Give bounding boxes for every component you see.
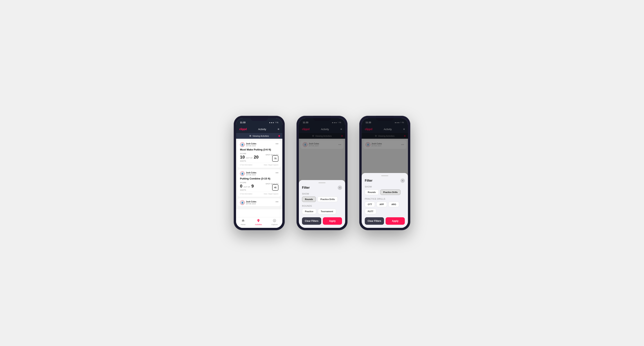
user-info: 👤 Josh Coles 28 Feb 2023 bbox=[240, 200, 256, 205]
show-label: Show bbox=[302, 192, 342, 195]
battery-icon: 51 bbox=[276, 122, 278, 123]
bottom-nav: Home Activities Capture bbox=[236, 217, 282, 228]
nav-item-capture[interactable]: Capture bbox=[271, 219, 278, 225]
filter-handle bbox=[381, 175, 388, 176]
show-btn-rounds[interactable]: Rounds bbox=[365, 189, 379, 195]
user-date: 28 Feb 2023 bbox=[246, 174, 256, 176]
menu-icon[interactable]: ≡ bbox=[278, 128, 279, 131]
nav-header: clippd Activity ≡ bbox=[236, 125, 282, 133]
phone-phone2: 11:33 ▲▲▲ ⌇ 51 clippd Activity ≡ ⊞ Viewi… bbox=[296, 116, 348, 230]
card-footer: ℹ Test Information Data: Clippd Capture bbox=[240, 192, 278, 195]
activity-area: 👤 Josh Coles 28 Feb 2023 ••• Must Make P… bbox=[236, 139, 282, 217]
rounds-label: Rounds bbox=[302, 205, 342, 207]
avatar: 👤 bbox=[240, 200, 245, 205]
user-date: 28 Feb 2023 bbox=[246, 145, 256, 147]
stats-row: 0 OUT OF 9 bbox=[240, 183, 264, 189]
filter-title-row: Filter × bbox=[302, 185, 342, 190]
score-label: Score bbox=[240, 182, 264, 183]
card-header: 👤 Josh Coles 28 Feb 2023 ••• bbox=[240, 171, 278, 176]
activity-card: 👤 Josh Coles 28 Feb 2023 ••• bbox=[238, 198, 281, 206]
home-label: Home bbox=[241, 223, 246, 225]
capture-label: Capture bbox=[271, 223, 278, 225]
rounds-buttons: Practice Tournament bbox=[302, 209, 342, 214]
practice-buttons: OTT APP ARG PUTT bbox=[365, 202, 405, 214]
shot-quality-badge: 75 bbox=[272, 155, 278, 162]
apply-button[interactable]: Apply bbox=[386, 217, 405, 225]
user-name: Josh Coles bbox=[246, 172, 256, 174]
activities-label: Activities bbox=[255, 223, 262, 225]
footer-right: Data: Clippd Capture bbox=[264, 164, 278, 166]
user-name: Josh Coles bbox=[246, 143, 256, 145]
score-label: Score bbox=[240, 153, 264, 155]
practice-btn-app[interactable]: APP bbox=[376, 202, 387, 207]
show-btn-practice-drills[interactable]: Practice Drills bbox=[318, 196, 338, 202]
scene: 11:33 ▲▲▲ ⌇ 51 clippd Activity ≡ ⊞ Viewi… bbox=[222, 104, 422, 242]
card-header: 👤 Josh Coles 28 Feb 2023 ••• bbox=[240, 142, 278, 147]
user-date: 28 Feb 2023 bbox=[246, 203, 256, 205]
filter-overlay: Filter × Show Rounds Practice Drills Pra… bbox=[362, 118, 408, 228]
home-icon bbox=[241, 219, 245, 223]
filter-close-button[interactable]: × bbox=[400, 178, 405, 183]
footer-left: Test Information bbox=[241, 164, 252, 166]
info-icon: ℹ bbox=[240, 193, 240, 195]
screen-content: 11:33 ▲▲▲ ⌇ 51 clippd Activity ≡ ⊞ Viewi… bbox=[236, 118, 282, 228]
card-footer: ℹ Test Information Data: Clippd Capture bbox=[240, 163, 278, 166]
viewing-activities-bar[interactable]: ⊞ Viewing Activities bbox=[236, 133, 282, 139]
show-btn-practice-drills[interactable]: Practice Drills bbox=[380, 189, 400, 195]
practice-btn-ott[interactable]: OTT bbox=[365, 202, 375, 207]
phone-screen: 11:33 ▲▲▲ ⌇ 51 clippd Activity ≡ ⊞ Viewi… bbox=[299, 118, 345, 228]
activity-card: 👤 Josh Coles 28 Feb 2023 ••• Putting Com… bbox=[238, 169, 281, 197]
footer-right: Data: Clippd Capture bbox=[264, 193, 278, 195]
wifi-icon: ⌇ bbox=[275, 122, 276, 123]
clear-filters-button[interactable]: Clear Filters bbox=[302, 217, 321, 225]
capture-icon bbox=[273, 219, 276, 223]
phone-screen: 11:33 ▲▲▲ ⌇ 51 clippd Activity ≡ ⊞ Viewi… bbox=[362, 118, 408, 228]
activity-title: Must Make Putting (3-6 ft) bbox=[240, 148, 278, 151]
rounds-btn-practice[interactable]: Practice bbox=[302, 209, 316, 214]
phone-phone1: 11:33 ▲▲▲ ⌇ 51 clippd Activity ≡ ⊞ Viewi… bbox=[234, 116, 285, 230]
user-info: 👤 Josh Coles 28 Feb 2023 bbox=[240, 171, 256, 176]
score-value: 10 bbox=[240, 155, 245, 160]
filter-footer: Clear Filters Apply bbox=[365, 217, 405, 225]
show-buttons: Rounds Practice Drills bbox=[365, 189, 405, 195]
status-icons: ▲▲▲ ⌇ 51 bbox=[269, 122, 278, 123]
activity-list: 👤 Josh Coles 28 Feb 2023 ••• Must Make P… bbox=[236, 139, 282, 209]
shots-value: 20 bbox=[254, 155, 258, 160]
card-header: 👤 Josh Coles 28 Feb 2023 ••• bbox=[240, 200, 278, 205]
shot-quality-badge: 45 bbox=[272, 184, 278, 191]
logo: clippd bbox=[239, 128, 247, 131]
shots-value: 9 bbox=[251, 183, 254, 189]
signal-icon: ▲▲▲ bbox=[269, 122, 274, 123]
practice-btn-putt[interactable]: PUTT bbox=[365, 209, 376, 214]
rounds-btn-tournament[interactable]: Tournament bbox=[318, 209, 336, 214]
filter-overlay: Filter × Show Rounds Practice Drills Rou… bbox=[299, 118, 345, 228]
nav-title: Activity bbox=[258, 128, 266, 131]
rounds-section: Rounds Practice Tournament bbox=[302, 205, 342, 214]
apply-button[interactable]: Apply bbox=[323, 217, 342, 225]
filter-title: Filter bbox=[302, 186, 310, 189]
shots-label: Shots bbox=[240, 160, 264, 162]
notch bbox=[250, 116, 268, 121]
filter-sheet: Filter × Show Rounds Practice Drills Pra… bbox=[362, 173, 408, 228]
show-btn-rounds[interactable]: Rounds bbox=[302, 196, 316, 202]
phone-phone3: 11:33 ▲▲▲ ⌇ 51 clippd Activity ≡ ⊞ Viewi… bbox=[359, 116, 410, 230]
activity-title: Putting Combine (3-15 ft) bbox=[240, 177, 278, 180]
more-options-button[interactable]: ••• bbox=[276, 200, 278, 203]
show-label: Show bbox=[365, 185, 405, 188]
more-options-button[interactable]: ••• bbox=[276, 142, 278, 145]
nav-item-activities[interactable]: Activities bbox=[255, 219, 262, 225]
filter-sheet: Filter × Show Rounds Practice Drills Rou… bbox=[299, 180, 345, 228]
nav-item-home[interactable]: Home bbox=[241, 219, 246, 225]
stats-row: 10 OUT OF 20 bbox=[240, 155, 264, 160]
filter-close-button[interactable]: × bbox=[338, 185, 342, 190]
user-name: Josh Coles bbox=[246, 201, 256, 203]
more-options-button[interactable]: ••• bbox=[276, 171, 278, 174]
practice-label: Practice Drills bbox=[365, 198, 405, 200]
shots-label: Shots bbox=[240, 189, 264, 191]
user-info: 👤 Josh Coles 28 Feb 2023 bbox=[240, 142, 256, 147]
clear-filters-button[interactable]: Clear Filters bbox=[365, 217, 384, 225]
practice-btn-arg[interactable]: ARG bbox=[388, 202, 399, 207]
out-of-label: OUT OF bbox=[246, 157, 252, 159]
viewing-label: Viewing Activities bbox=[252, 135, 269, 137]
info-wrap: ℹ Test Information bbox=[240, 164, 252, 166]
